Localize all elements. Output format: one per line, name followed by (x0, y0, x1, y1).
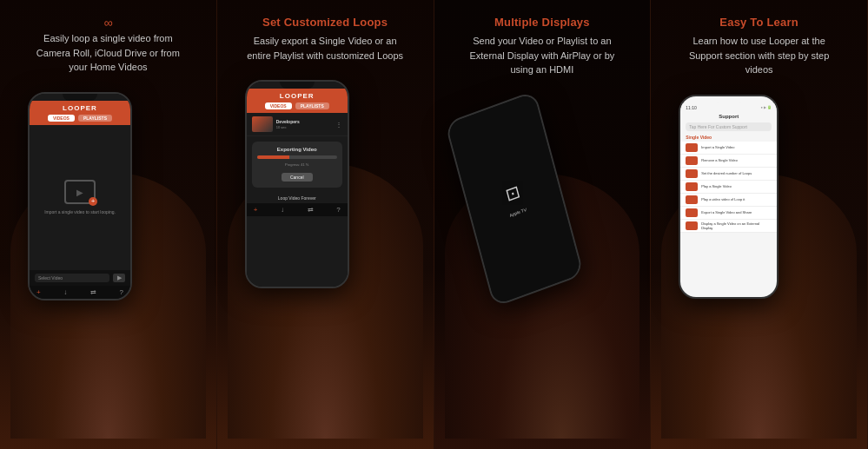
p4-item-text-5: Play a video video of Loop it (701, 197, 772, 201)
panel-1-description: Easily loop a single video from Camera R… (30, 31, 186, 75)
p2-thumbnail (252, 116, 273, 132)
panel-1-screen: LOOPER VIDEOS PLAYLISTS ▶ + Import a sin… (30, 94, 130, 299)
p4-item-text-1: Import a Single Video (701, 145, 772, 149)
panel-4-title: Easy To Learn (719, 16, 798, 29)
panel-3-title: Multiple Displays (494, 16, 590, 29)
p4-item-text-6: Export a Single Video and Share (701, 210, 772, 215)
download-icon-2: ↓ (281, 206, 284, 214)
p4-time: 11:10 (686, 105, 697, 110)
export-modal: Exporting Video Progress: 41 % Cancel (252, 142, 342, 188)
play-icon: ▶ (76, 188, 83, 197)
p2-tabs: VIDEOS PLAYLISTS (265, 102, 329, 109)
p2-item-info: Developers 10 sec (276, 119, 332, 129)
p2-bottom-icons: + ↓ ⇄ ? (247, 203, 348, 216)
feature-panel-1: ∞ Easily loop a single video from Camera… (0, 0, 217, 449)
p1-import-text: Import a single video to start looping. (44, 209, 116, 215)
panel-2-title: Set Customized Loops (262, 16, 388, 29)
p4-search-bar[interactable]: Tap Here For Custom Support (686, 122, 772, 131)
p4-item-icon-7 (686, 221, 698, 230)
airplay-label: Apple TV (508, 207, 527, 218)
panel-4-screen: 11:10 ● ▶ 🔋 Support Tap Here For Custom … (680, 96, 777, 297)
feature-panel-3: Multiple Displays Send your Video or Pla… (434, 0, 652, 449)
p1-tabs: VIDEOS PLAYLISTS (48, 115, 112, 122)
list-item-2: Remove a Single Video (680, 155, 777, 168)
more-options-icon: ⋮ (335, 121, 342, 129)
panel-1-phone-frame: LOOPER VIDEOS PLAYLISTS ▶ + Import a sin… (28, 92, 132, 300)
list-item-3: Set the desired number of Loops (680, 168, 777, 181)
p2-list-item: Developers 10 sec ⋮ (247, 113, 348, 136)
infinity-icon: ∞ (103, 16, 112, 30)
add-icon: + (36, 288, 41, 296)
p2-tab-videos: VIDEOS (265, 102, 292, 109)
progress-text: Progress: 41 % (257, 162, 337, 167)
share-icon-2: ⇄ (308, 206, 314, 214)
progress-bar (257, 155, 337, 159)
panel-4-description: Learn how to use Looper at the Support s… (681, 34, 838, 77)
p2-logo-text: LOOPER (280, 92, 315, 100)
list-item-4: Play a Single Video (680, 181, 777, 194)
p4-item-text-4: Play a Single Video (701, 184, 772, 188)
airplay-icon: ⊡ (503, 180, 522, 205)
p2-tab-playlists: PLAYLISTS (295, 102, 329, 109)
p4-status-icons: ● ▶ 🔋 (761, 105, 772, 109)
p4-item-text-7: Display a Single Video on an External Di… (701, 221, 772, 230)
help-icon: ? (120, 288, 123, 296)
p1-bottom-icons: + ↓ ⇄ ? (30, 286, 130, 299)
list-item-6: Export a Single Video and Share (680, 207, 777, 220)
p1-select-label: Select Video (35, 274, 109, 282)
panel-4-phone-frame: 11:10 ● ▶ 🔋 Support Tap Here For Custom … (679, 95, 779, 299)
p4-page-title: Support (680, 112, 777, 121)
p4-item-icon-2 (686, 156, 698, 165)
list-item-1: Import a Single Video (680, 142, 777, 155)
phone-notch (63, 94, 97, 101)
p1-tab-videos: VIDEOS (48, 115, 75, 122)
panel-3-phone-wrapper: ⊡ Apple TV (445, 86, 640, 439)
add-icon-2: + (254, 206, 258, 214)
panel-3-description: Send your Video or Playlist to an Extern… (464, 34, 620, 77)
p2-logo: LOOPER (280, 92, 315, 100)
export-title: Exporting Video (257, 147, 337, 152)
p2-item-title: Developers (276, 119, 332, 124)
p4-item-icon-1 (686, 143, 698, 152)
feature-panel-4: Easy To Learn Learn how to use Looper at… (651, 0, 868, 449)
p1-play-btn: ▶ (113, 274, 125, 282)
p1-logo: LOOPER (63, 104, 97, 112)
panel-2-phone-wrapper: LOOPER VIDEOS PLAYLISTS Developers 10 se… (228, 71, 423, 439)
p4-item-icon-3 (686, 169, 698, 178)
p2-item-sub: 10 sec (276, 125, 332, 129)
p1-header: LOOPER VIDEOS PLAYLISTS (30, 101, 130, 125)
p4-item-icon-4 (686, 182, 698, 191)
p4-item-text-2: Remove a Single Video (701, 158, 772, 162)
p4-section-label: Single Video (680, 133, 777, 142)
help-icon-2: ? (336, 206, 340, 214)
panel-2-phone-frame: LOOPER VIDEOS PLAYLISTS Developers 10 se… (245, 80, 349, 288)
download-icon: ↓ (63, 288, 67, 296)
p1-logo-text: LOOPER (63, 104, 97, 112)
phone-notch-2 (280, 82, 315, 89)
p4-item-icon-5 (686, 195, 698, 204)
p4-item-icon-6 (686, 208, 698, 217)
list-item-5: Play a video video of Loop it (680, 194, 777, 207)
panel-2-screen: LOOPER VIDEOS PLAYLISTS Developers 10 se… (247, 82, 348, 287)
p2-header: LOOPER VIDEOS PLAYLISTS (247, 89, 348, 113)
phone-notch-4 (712, 96, 746, 103)
feature-panel-2: Set Customized Loops Easily export a Sin… (217, 0, 434, 449)
p4-item-text-3: Set the desired number of Loops (701, 171, 772, 175)
cancel-button[interactable]: Cancel (282, 173, 313, 182)
panel-1-phone-wrapper: LOOPER VIDEOS PLAYLISTS ▶ + Import a sin… (10, 83, 206, 439)
panel-2-description: Easily export a Single Video or an entir… (247, 34, 403, 63)
loop-label: Loop Video Forever (247, 193, 348, 203)
plus-icon: + (89, 197, 97, 206)
p1-tab-playlists: PLAYLISTS (78, 115, 112, 122)
p1-import-icon: ▶ + (64, 180, 96, 204)
panel-4-phone-wrapper: 11:10 ● ▶ 🔋 Support Tap Here For Custom … (661, 86, 857, 439)
progress-fill (257, 155, 289, 159)
list-item-7: Display a Single Video on an External Di… (680, 220, 777, 233)
p1-body: ▶ + Import a single video to start loopi… (30, 125, 130, 270)
share-icon: ⇄ (90, 288, 96, 296)
p1-footer: Select Video ▶ (30, 270, 130, 286)
